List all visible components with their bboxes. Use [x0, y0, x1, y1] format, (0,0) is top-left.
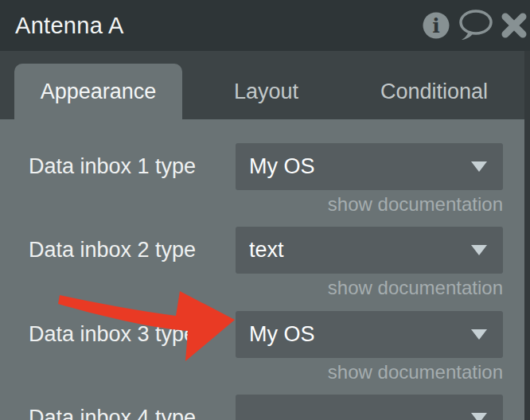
show-documentation-link[interactable]: show documentation: [236, 193, 503, 216]
field-label: Data inbox 3 type: [29, 311, 196, 358]
data-inbox-1-type-dropdown[interactable]: My OS: [236, 143, 503, 190]
tab-appearance[interactable]: Appearance: [14, 64, 182, 119]
tab-row: Appearance Layout Conditional: [14, 64, 518, 119]
field-row-data-inbox-4: Data inbox 4 type: [0, 395, 524, 420]
dropdown-value: My OS: [249, 154, 315, 179]
panel-header: Antenna A i: [0, 0, 530, 51]
panel-title: Antenna A: [15, 13, 124, 39]
field-label: Data inbox 1 type: [29, 143, 196, 190]
header-icon-group: i: [423, 0, 528, 51]
chevron-down-icon: [471, 245, 487, 255]
data-inbox-2-type-dropdown[interactable]: text: [236, 227, 503, 274]
field-label: Data inbox 2 type: [29, 227, 196, 274]
tab-layout[interactable]: Layout: [182, 64, 350, 119]
svg-text:i: i: [432, 14, 440, 37]
data-inbox-3-type-dropdown[interactable]: My OS: [236, 311, 503, 358]
tab-bar: Appearance Layout Conditional: [0, 51, 524, 119]
property-editor-panel: Antenna A i Appearance Layout Conditiona…: [0, 0, 530, 420]
comment-bubble-icon[interactable]: [458, 10, 493, 41]
data-inbox-4-type-dropdown[interactable]: [236, 395, 503, 420]
show-documentation-link[interactable]: show documentation: [236, 361, 503, 383]
chevron-down-icon: [471, 161, 487, 172]
dropdown-value: My OS: [249, 322, 315, 347]
tab-conditional[interactable]: Conditional: [350, 64, 518, 119]
dropdown-value: text: [249, 238, 284, 262]
close-icon[interactable]: [501, 12, 528, 39]
show-documentation-link[interactable]: show documentation: [236, 277, 503, 299]
field-label: Data inbox 4 type: [29, 395, 196, 420]
info-icon[interactable]: i: [423, 12, 450, 39]
chevron-down-icon: [471, 413, 487, 420]
chevron-down-icon: [471, 329, 487, 340]
